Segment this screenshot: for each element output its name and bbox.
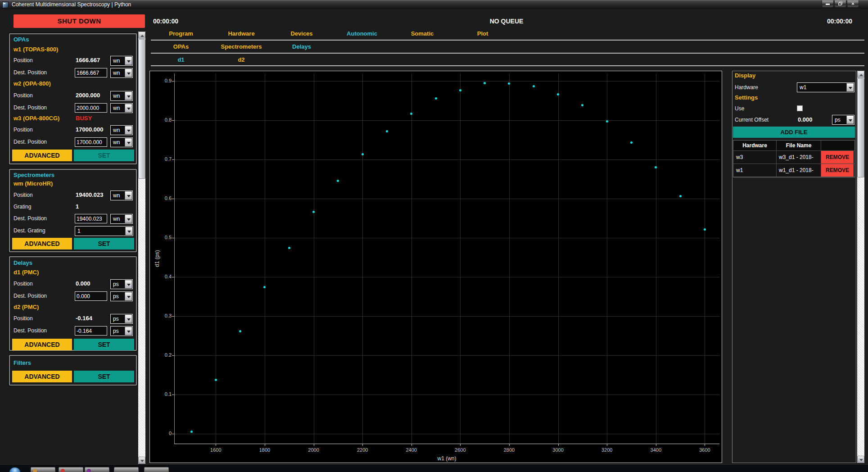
set-button[interactable]: SET — [74, 238, 134, 250]
unit-select[interactable]: wn — [110, 56, 133, 66]
x-tick-label: 3600 — [696, 447, 714, 453]
dropdown-button[interactable] — [846, 116, 854, 124]
dropdown-button[interactable] — [125, 104, 132, 112]
minimize-button[interactable] — [822, 0, 834, 8]
sidebar-scrollbar[interactable] — [138, 32, 145, 464]
dropdown-button[interactable] — [125, 57, 132, 65]
unit-select[interactable]: wn — [110, 68, 133, 78]
y-tick-label: 0.6 — [152, 195, 172, 201]
remove-button[interactable]: REMOVE — [821, 151, 854, 163]
use-checkbox[interactable] — [797, 105, 803, 111]
plot-canvas[interactable]: 1600180020002200240026002800300032003400… — [149, 71, 722, 463]
unit-select[interactable]: ps — [110, 291, 133, 301]
field-label: Position — [14, 192, 33, 198]
unit-select[interactable]: wn — [110, 91, 133, 101]
tab-spectrometers[interactable]: Spectrometers — [211, 43, 271, 50]
dest-grating-select[interactable]: 1 — [75, 226, 133, 236]
set-button[interactable]: SET — [74, 150, 134, 161]
advanced-button[interactable]: ADVANCED — [12, 371, 72, 382]
scroll-up-button[interactable] — [138, 32, 145, 39]
dest-position-input[interactable] — [75, 137, 107, 147]
dropdown-button[interactable] — [125, 227, 132, 235]
add-file-button[interactable]: ADD FILE — [733, 127, 855, 138]
tab-d2[interactable]: d2 — [211, 56, 271, 64]
dropdown-button[interactable] — [125, 292, 132, 300]
shut-down-button[interactable]: SHUT DOWN — [14, 14, 145, 28]
nav-underline-3 — [151, 65, 864, 66]
unit-select[interactable]: ps — [110, 314, 133, 324]
data-point — [386, 130, 388, 132]
unit-select-value: wn — [113, 139, 120, 145]
dest-position-input[interactable] — [75, 68, 107, 77]
unit-select[interactable]: wn — [110, 191, 133, 200]
taskbar-app-5-icon[interactable] — [144, 467, 169, 472]
set-button[interactable]: SET — [74, 339, 134, 350]
data-point — [362, 153, 364, 155]
tab-program[interactable]: Program — [151, 30, 211, 37]
advanced-button[interactable]: ADVANCED — [12, 238, 72, 250]
dropdown-button[interactable] — [125, 215, 132, 223]
unit-select[interactable]: wn — [110, 137, 133, 147]
tab-d1[interactable]: d1 — [151, 56, 211, 64]
tab-delays[interactable]: Delays — [271, 43, 332, 50]
dest-position-input[interactable] — [75, 326, 107, 336]
tab-somatic[interactable]: Somatic — [392, 30, 452, 37]
position-value: 1 — [76, 203, 110, 210]
unit-select[interactable]: ps — [110, 326, 133, 336]
dest-position-input[interactable] — [75, 291, 107, 301]
unit-select[interactable]: wn — [110, 214, 133, 224]
tab-autonomic[interactable]: Autonomic — [332, 30, 392, 37]
tab-devices[interactable]: Devices — [271, 30, 332, 37]
table-header-row: HardwareFile Name — [733, 141, 854, 151]
set-button[interactable]: SET — [74, 371, 134, 382]
x-tick-label: 1800 — [256, 447, 274, 453]
start-orb[interactable] — [9, 467, 21, 472]
chevron-down-icon — [127, 73, 131, 75]
data-point — [704, 228, 706, 231]
dropdown-button[interactable] — [125, 69, 132, 77]
scroll-up-button[interactable] — [857, 71, 864, 78]
offset-unit-select[interactable]: ps — [832, 115, 854, 125]
scroll-down-button[interactable] — [857, 456, 864, 463]
field-label: Dest. Position — [14, 293, 47, 299]
dropdown-button[interactable] — [846, 83, 854, 91]
unit-select[interactable]: wn — [110, 103, 133, 113]
taskbar-app-2-icon[interactable] — [59, 467, 83, 472]
close-button[interactable]: × — [847, 0, 859, 8]
restore-button[interactable] — [834, 0, 846, 8]
unit-select[interactable]: wn — [110, 125, 133, 135]
dest-position-input[interactable] — [75, 103, 107, 113]
taskbar-app-3-icon[interactable] — [85, 467, 109, 472]
dropdown-button[interactable] — [125, 191, 132, 200]
tab-hardware[interactable]: Hardware — [211, 30, 271, 37]
remove-button[interactable]: REMOVE — [821, 164, 854, 177]
dropdown-button[interactable] — [125, 126, 132, 134]
data-point — [410, 113, 412, 115]
taskbar-app-1-icon[interactable] — [31, 467, 55, 472]
dropdown-button[interactable] — [125, 315, 132, 323]
data-point — [679, 195, 682, 197]
panel-scrollbar[interactable] — [857, 71, 864, 463]
scrollbar-thumb[interactable] — [138, 39, 145, 179]
scrollbar-thumb[interactable] — [857, 78, 864, 177]
hardware-select[interactable]: w1 — [797, 82, 854, 92]
taskbar-app-1-glyph — [33, 469, 37, 472]
data-point — [557, 93, 559, 95]
advanced-button[interactable]: ADVANCED — [12, 339, 72, 350]
unit-select-value: wn — [113, 127, 120, 133]
dest-position-input[interactable] — [75, 214, 107, 223]
tab-opas[interactable]: OPAs — [151, 43, 211, 50]
arrow-up-icon — [859, 74, 863, 76]
advanced-button[interactable]: ADVANCED — [12, 150, 72, 161]
dropdown-button[interactable] — [125, 280, 132, 288]
hardware-subheading: d1 (PMC) — [14, 269, 39, 276]
tab-plot[interactable]: Plot — [452, 30, 513, 37]
scroll-down-button[interactable] — [138, 457, 145, 464]
dropdown-button[interactable] — [125, 327, 132, 335]
taskbar-app-4-icon[interactable] — [114, 467, 139, 472]
x-tick-label: 2800 — [500, 447, 518, 453]
dropdown-button[interactable] — [125, 92, 132, 100]
arrow-down-icon — [859, 459, 863, 461]
dropdown-button[interactable] — [125, 138, 132, 146]
unit-select[interactable]: ps — [110, 279, 133, 289]
